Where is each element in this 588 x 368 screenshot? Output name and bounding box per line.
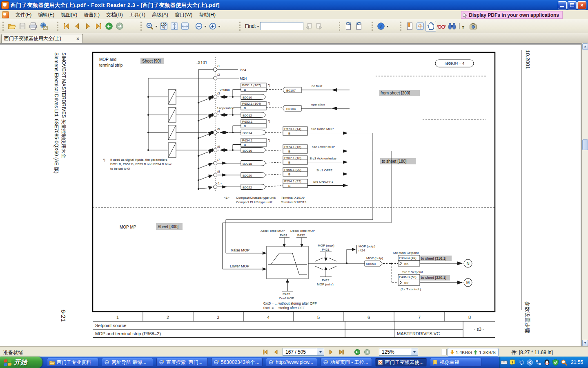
start-button[interactable]: 开始 [0, 357, 42, 368]
next-page-icon[interactable] [327, 348, 335, 356]
svg-text:/7: /7 [217, 158, 220, 162]
menu-file[interactable]: 文件(F) [12, 10, 35, 20]
task-ie-nav[interactable]: 网址导航 最绿... [102, 358, 153, 367]
taskbar: 开始 西门子专业资料 网址导航 最绿... 百度搜索_西门... 5630023… [0, 357, 588, 368]
rollback-tray-icon[interactable] [526, 359, 533, 366]
network-tray-icon[interactable] [535, 359, 542, 366]
bookmarks-button[interactable] [404, 21, 415, 31]
go-forward-button[interactable] [114, 21, 125, 31]
back-view-icon[interactable] [354, 348, 361, 356]
menu-edit[interactable]: 编辑(E) [35, 10, 58, 20]
task-ie-gongkong[interactable]: 功能页面 - 工控... [321, 358, 372, 367]
menu-window[interactable]: 窗口(W) [172, 10, 196, 20]
find-next-button[interactable] [314, 21, 325, 31]
task-ie-qzone[interactable]: 563002343的个... [211, 358, 263, 367]
email-button[interactable] [38, 21, 49, 31]
svg-text:B: B [244, 124, 246, 128]
svg-text:MOP and terminal strip (P368=2: MOP and terminal strip (P368=2) [95, 331, 161, 336]
menu-document[interactable]: 文档(D) [103, 10, 126, 20]
close-button[interactable]: × [577, 1, 586, 9]
last-page-button[interactable] [93, 21, 104, 31]
scroll-up-button[interactable]: ▲ [582, 43, 588, 50]
prev-page-icon [73, 22, 82, 31]
task-ie-plcw[interactable]: http://www.plcw... [266, 358, 317, 367]
tray-clock[interactable]: 21:55 [571, 359, 583, 365]
prev-page-button[interactable] [72, 21, 82, 31]
svg-text:1: 1 [116, 315, 119, 320]
restore-button[interactable] [568, 1, 577, 9]
menu-help[interactable]: 帮助(H) [196, 10, 219, 20]
hand-tool-button[interactable] [425, 21, 436, 31]
zoom-tool-button[interactable] [145, 21, 155, 31]
task-foxit-active[interactable]: 西门子变频器使... [375, 358, 427, 367]
save-button[interactable] [17, 21, 28, 31]
first-page-button[interactable] [61, 21, 72, 31]
next-page-button[interactable] [82, 21, 93, 31]
page-number-combo[interactable]: 167 / 505 [283, 348, 324, 356]
folder-icon [49, 359, 55, 365]
keyboard-layout-icon[interactable] [501, 359, 508, 366]
zoom-out-button[interactable] [194, 21, 204, 31]
snapshot-button[interactable] [468, 21, 479, 31]
go-back-button[interactable] [104, 21, 114, 31]
properties-caret[interactable] [386, 26, 389, 29]
task-folder-siemens[interactable]: 西门子专业资料 [47, 358, 98, 367]
scroll-down-button[interactable]: ▼ [582, 340, 588, 346]
zoom-in-button[interactable] [207, 21, 218, 31]
menu-tools[interactable]: 工具(T) [126, 10, 149, 20]
promo-banner[interactable]: Display PDFs in your own applications [461, 11, 563, 19]
scrollbar-thumb[interactable] [582, 139, 588, 150]
hidden-icons-chevron-icon[interactable] [518, 359, 525, 366]
security-shield-tray-icon[interactable] [552, 359, 559, 366]
search-button[interactable] [447, 21, 457, 31]
zoom-level-combo[interactable]: 125% [379, 348, 418, 356]
help-tray-icon[interactable]: ? [509, 359, 516, 366]
forward-view-icon[interactable] [363, 348, 371, 356]
find-label: Find: [245, 23, 256, 29]
svg-text:6: 6 [368, 315, 370, 320]
find-prev-button[interactable] [303, 21, 314, 31]
zoom-tool-caret[interactable] [155, 26, 158, 29]
network-speed-widget[interactable]: 1.4KB/S 1.3KB/S [448, 348, 499, 357]
first-page-icon[interactable] [261, 348, 270, 356]
find-input[interactable] [260, 22, 303, 30]
vertical-scrollbar[interactable]: ▲ ▼ [581, 43, 588, 347]
svg-text:/3: /3 [217, 92, 220, 95]
select-text-visual-button[interactable] [436, 21, 447, 31]
zoom-out-caret[interactable] [204, 26, 207, 29]
qq-tray-icon[interactable] [543, 359, 550, 366]
menu-view[interactable]: 视图(V) [58, 10, 80, 20]
document-tab[interactable]: 西门子变频器使用大全(上) × [1, 34, 83, 43]
document-area[interactable]: .ln{stroke:#1a1a1a;stroke-width:1;fill:n… [0, 43, 588, 347]
ie-icon [158, 359, 165, 365]
last-page-icon[interactable] [337, 348, 345, 356]
document-size-text: 件: [8.27 * 11.69 in] [511, 349, 553, 356]
menu-language[interactable]: 语言(L) [80, 10, 103, 20]
rotate-ccw-button[interactable] [354, 21, 364, 31]
menu-advanced[interactable]: 高级(A) [149, 10, 172, 20]
title-bar[interactable]: 西门子变频器使用大全(上).pdf - Foxit Reader 2.3 - [… [0, 0, 588, 10]
task-ie-baidu[interactable]: 百度搜索_西门... [156, 358, 208, 367]
search-tray-icon[interactable] [561, 359, 568, 366]
zoom-combo-dropdown[interactable] [411, 348, 418, 355]
svg-text:%: % [162, 26, 165, 29]
minimize-button[interactable] [558, 1, 567, 9]
open-button[interactable] [7, 21, 17, 31]
print-button[interactable] [28, 21, 38, 31]
svg-text:B: B [288, 132, 290, 135]
pdf-page-canvas[interactable]: .ln{stroke:#1a1a1a;stroke-width:1;fill:n… [0, 43, 581, 347]
fit-width-button[interactable] [180, 21, 190, 31]
task-note[interactable]: 祝你幸福 [430, 358, 481, 367]
svg-text:B: B [244, 143, 246, 147]
rotate-cw-button[interactable] [343, 21, 354, 31]
tab-close-icon[interactable]: × [76, 36, 80, 42]
text-select-button[interactable]: T [457, 21, 468, 31]
properties-button[interactable]: i [376, 21, 386, 31]
pan-zoom-button[interactable] [415, 21, 425, 31]
zoom-in-caret[interactable] [218, 26, 220, 29]
fit-page-button[interactable] [169, 21, 180, 31]
page-combo-dropdown[interactable] [317, 348, 324, 355]
prev-page-icon[interactable] [272, 348, 280, 356]
find-options-caret[interactable] [257, 26, 259, 29]
actual-size-button[interactable]: 100% [158, 21, 169, 31]
